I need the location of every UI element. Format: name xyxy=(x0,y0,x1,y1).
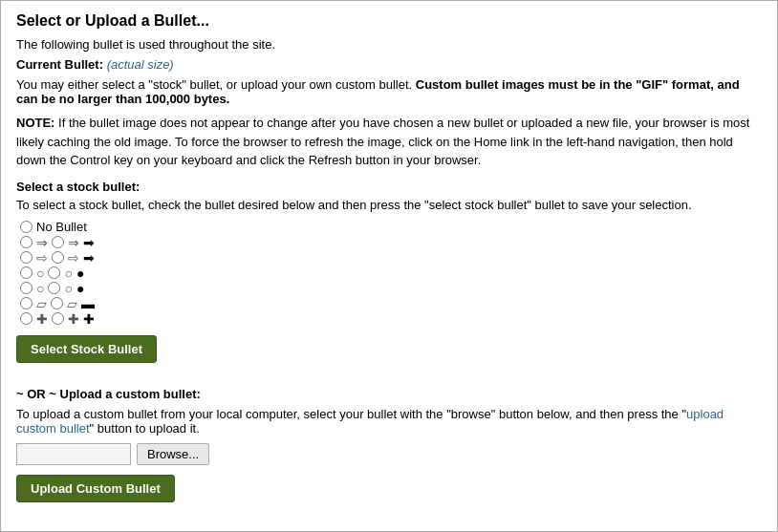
bullet-radio-circle2[interactable] xyxy=(20,282,32,294)
current-bullet-actual: (actual size) xyxy=(107,57,174,72)
bullets-list: No Bullet ⇒ ⇒ ➡ ⇨ ⇨ ➡ ○ ○ ● ○ xyxy=(16,220,762,326)
bullet-icon-square-outline-med: ▱ xyxy=(67,297,77,310)
bullet-icon-arrow2-filled: ➡ xyxy=(83,251,95,265)
bullet-radio-circle1b[interactable] xyxy=(48,266,60,279)
bullet-row-square: ▱ ▱ ▬ xyxy=(20,297,762,310)
bullet-radio-circle2b[interactable] xyxy=(48,282,60,294)
current-bullet-line: Current Bullet: (actual size) xyxy=(16,57,762,72)
bullet-icon-arrow2-outline-med: ⇨ xyxy=(68,251,79,265)
bullet-icon-circle2-outline-sm: ○ xyxy=(36,282,44,295)
bullet-icon-arrow2-outline-sm: ⇨ xyxy=(36,251,48,265)
bullet-icon-arrow-filled: ➡ xyxy=(83,236,95,249)
stock-section-heading: Select a stock bullet: xyxy=(16,180,762,194)
bullet-row-cross: ✚ ✚ ✚ xyxy=(20,312,762,326)
info-main: You may either select a "stock" bullet, … xyxy=(16,77,412,92)
current-bullet-label: Current Bullet: xyxy=(16,57,103,72)
bullet-row-circle1: ○ ○ ● xyxy=(20,266,762,280)
file-input-row: Browse... xyxy=(16,443,762,465)
upload-divider-heading: ~ OR ~ Upload a custom bullet: xyxy=(16,372,762,401)
upload-section-heading: ~ OR ~ Upload a custom bullet: xyxy=(16,387,762,401)
bullet-row-circle2: ○ ○ ● xyxy=(20,282,762,295)
bullet-radio-cross[interactable] xyxy=(20,312,32,325)
note-body: If the bullet image does not appear to c… xyxy=(16,116,749,167)
bullet-radio-arrow2[interactable] xyxy=(20,251,32,264)
bullet-icon-square-filled: ▬ xyxy=(81,297,95,310)
bullet-icon-square-outline-sm: ▱ xyxy=(36,297,47,310)
bullet-icon-cross-outline-med: ✚ xyxy=(68,312,79,326)
bullet-row-arrow1: ⇒ ⇒ ➡ xyxy=(20,236,762,249)
bullet-icon-circle-filled: ● xyxy=(76,266,84,280)
bullet-icon-circle2-filled: ● xyxy=(76,282,84,295)
bullet-label-no-bullet[interactable]: No Bullet xyxy=(36,220,87,234)
bullet-icon-circle-outline-sm: ○ xyxy=(36,266,44,280)
note-text: NOTE: If the bullet image does not appea… xyxy=(16,114,762,170)
upload-custom-bullet-button[interactable]: Upload Custom Bullet xyxy=(16,475,175,502)
info-text: You may either select a "stock" bullet, … xyxy=(16,77,762,106)
bullet-icon-cross-outline-sm: ✚ xyxy=(36,312,48,326)
bullet-icon-circle-outline-med: ○ xyxy=(64,266,72,280)
bullet-icon-cross-filled: ✚ xyxy=(83,312,95,326)
stock-section-desc: To select a stock bullet, check the bull… xyxy=(16,198,762,212)
bullet-icon-circle2-outline-med: ○ xyxy=(64,282,72,295)
bullet-icon-arrow-outline-sm: ⇒ xyxy=(36,236,48,249)
select-stock-bullet-button[interactable]: Select Stock Bullet xyxy=(16,335,157,363)
upload-desc: To upload a custom bullet from your loca… xyxy=(16,407,762,436)
intro-text: The following bullet is used throughout … xyxy=(16,37,762,52)
bullet-radio-square[interactable] xyxy=(20,297,32,309)
note-label: NOTE: xyxy=(16,116,54,130)
bullet-radio-squareb[interactable] xyxy=(51,297,63,309)
bullet-radio-arrow2b[interactable] xyxy=(52,251,64,264)
page-title: Select or Upload a Bullet... xyxy=(16,12,762,30)
bullet-radio-crossb[interactable] xyxy=(52,312,64,325)
upload-desc-end: " button to upload it. xyxy=(90,421,200,436)
browse-button[interactable]: Browse... xyxy=(137,443,209,465)
bullet-radio-arrow1b[interactable] xyxy=(52,236,64,248)
bullet-radio-arrow1[interactable] xyxy=(20,236,32,248)
bullet-row-arrow2: ⇨ ⇨ ➡ xyxy=(20,251,762,265)
bullet-radio-circle1[interactable] xyxy=(20,266,32,279)
bullet-radio-no-bullet[interactable] xyxy=(20,221,32,233)
upload-desc-start: To upload a custom bullet from your loca… xyxy=(16,407,686,421)
main-container: Select or Upload a Bullet... The followi… xyxy=(0,0,778,532)
bullet-row-no-bullet: No Bullet xyxy=(20,220,762,234)
file-path-input[interactable] xyxy=(16,443,131,465)
bullet-icon-arrow-outline-med: ⇒ xyxy=(68,236,79,249)
